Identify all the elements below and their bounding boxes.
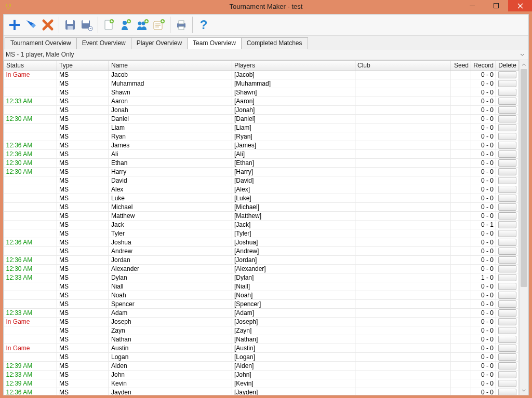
table-row[interactable]: In GameMSJoseph[Joseph]0 - 0 <box>4 318 519 326</box>
delete-row-button[interactable] <box>498 309 516 317</box>
delete-row-button[interactable] <box>498 150 516 158</box>
title-bar[interactable]: Tournament Maker - test <box>0 0 532 13</box>
delete-row-button[interactable] <box>498 89 516 96</box>
delete-row-button[interactable] <box>498 371 516 378</box>
chevron-down-icon[interactable] <box>518 50 526 59</box>
table-row[interactable]: MSLogan[Logan]0 - 0 <box>4 353 519 362</box>
delete-row-button[interactable] <box>498 115 516 122</box>
scroll-thumb[interactable] <box>521 69 527 287</box>
col-club[interactable]: Club <box>355 61 450 71</box>
table-row[interactable]: 12:39 AMMSAiden[Aiden]0 - 0 <box>4 362 519 370</box>
delete-row-button[interactable] <box>498 177 516 184</box>
save-as-button[interactable] <box>79 16 95 34</box>
vertical-scrollbar[interactable] <box>519 60 528 395</box>
table-row[interactable]: MSSpencer[Spencer]0 - 0 <box>4 300 519 309</box>
delete-button[interactable] <box>40 16 56 34</box>
table-row[interactable]: MSTyler[Tyler]0 - 0 <box>4 229 519 238</box>
delete-row-button[interactable] <box>498 80 516 87</box>
tab-tournament-overview[interactable]: Tournament Overview <box>5 37 77 49</box>
new-button[interactable] <box>7 16 22 34</box>
delete-row-button[interactable] <box>498 98 516 105</box>
table-row[interactable]: MSShawn[Shawn]0 - 0 <box>4 88 519 97</box>
add-player-button[interactable] <box>118 16 134 34</box>
delete-row-button[interactable] <box>498 106 516 114</box>
table-row[interactable]: MSLiam[Liam]0 - 0 <box>4 123 519 132</box>
table-row[interactable]: 12:36 AMMSAli[Ali]0 - 0 <box>4 150 519 159</box>
delete-row-button[interactable] <box>498 124 516 131</box>
delete-row-button[interactable] <box>498 195 516 202</box>
table-row[interactable]: 12:39 AMMSKevin[Kevin]0 - 0 <box>4 379 519 388</box>
delete-row-button[interactable] <box>498 283 516 290</box>
table-row[interactable]: 12:33 AMMSDylan[Dylan]1 - 0 <box>4 273 519 282</box>
print-button[interactable] <box>174 16 189 34</box>
table-row[interactable]: MSMichael[Michael]0 - 0 <box>4 203 519 212</box>
table-row[interactable]: MSJonah[Jonah]0 - 0 <box>4 106 519 115</box>
table-row[interactable]: In GameMSJacob[Jacob]0 - 0 <box>4 71 519 79</box>
col-record[interactable]: Record <box>471 61 496 71</box>
delete-row-button[interactable] <box>498 389 516 395</box>
col-type[interactable]: Type <box>57 61 109 71</box>
delete-row-button[interactable] <box>498 256 516 264</box>
delete-row-button[interactable] <box>498 265 516 272</box>
delete-row-button[interactable] <box>498 212 516 219</box>
filter-bar[interactable]: MS - 1 player, Male Only <box>4 49 528 60</box>
table-row[interactable]: MSMuhammad[Muhammad]0 - 0 <box>4 79 519 88</box>
delete-row-button[interactable] <box>498 142 516 149</box>
table-row[interactable]: MSNiall[Niall]0 - 0 <box>4 282 519 291</box>
assign-button[interactable] <box>151 16 167 34</box>
col-players[interactable]: Players <box>232 61 355 71</box>
table-row[interactable]: MSMatthew[Matthew]0 - 0 <box>4 212 519 221</box>
add-team-button[interactable] <box>135 16 150 34</box>
table-row[interactable]: 12:30 AMMSHarry[Harry]0 - 0 <box>4 168 519 176</box>
delete-row-button[interactable] <box>498 221 516 228</box>
delete-row-button[interactable] <box>498 327 516 334</box>
new-page-button[interactable] <box>101 16 117 34</box>
delete-row-button[interactable] <box>498 239 516 246</box>
table-row[interactable]: In GameMSAustin[Austin]0 - 0 <box>4 344 519 353</box>
table-row[interactable]: 12:33 AMMSJohn[John]0 - 0 <box>4 370 519 379</box>
scroll-up-icon[interactable] <box>520 60 528 69</box>
tab-completed-matches[interactable]: Completed Matches <box>241 37 308 49</box>
table-row[interactable]: MSAndrew[Andrew]0 - 0 <box>4 247 519 256</box>
col-seed[interactable]: Seed <box>450 61 471 71</box>
table-row[interactable]: 12:36 AMMSJayden[Jayden]0 - 0 <box>4 388 519 395</box>
col-delete[interactable]: Delete <box>496 61 519 71</box>
delete-row-button[interactable] <box>498 362 516 369</box>
tab-team-overview[interactable]: Team Overview <box>187 37 242 49</box>
scroll-down-icon[interactable] <box>520 386 528 395</box>
table-row[interactable]: MSNoah[Noah]0 - 0 <box>4 291 519 300</box>
tab-event-overview[interactable]: Event Overview <box>76 37 131 49</box>
delete-row-button[interactable] <box>498 133 516 140</box>
delete-row-button[interactable] <box>498 168 516 175</box>
table-row[interactable]: MSDavid[David]0 - 0 <box>4 176 519 185</box>
delete-row-button[interactable] <box>498 159 516 167</box>
delete-row-button[interactable] <box>498 300 516 308</box>
delete-row-button[interactable] <box>498 274 516 281</box>
help-button[interactable]: ? <box>196 16 211 34</box>
maximize-button[interactable] <box>484 0 508 11</box>
team-grid[interactable]: Status Type Name Players Club Seed Recor… <box>4 60 519 395</box>
delete-row-button[interactable] <box>498 186 516 193</box>
delete-row-button[interactable] <box>498 230 516 237</box>
delete-row-button[interactable] <box>498 318 516 325</box>
tab-player-overview[interactable]: Player Overview <box>131 37 188 49</box>
table-row[interactable]: MSJack[Jack]0 - 1 <box>4 221 519 229</box>
edit-button[interactable] <box>23 16 39 34</box>
delete-row-button[interactable] <box>498 292 516 299</box>
table-row[interactable]: 12:30 AMMSEthan[Ethan]0 - 0 <box>4 159 519 168</box>
delete-row-button[interactable] <box>498 353 516 361</box>
table-row[interactable]: 12:36 AMMSJames[James]0 - 0 <box>4 141 519 150</box>
table-row[interactable]: 12:36 AMMSJordan[Jordan]0 - 0 <box>4 256 519 265</box>
delete-row-button[interactable] <box>498 345 516 352</box>
minimize-button[interactable] <box>460 0 484 11</box>
table-row[interactable]: MSRyan[Ryan]0 - 0 <box>4 132 519 141</box>
delete-row-button[interactable] <box>498 71 516 78</box>
table-row[interactable]: MSNathan[Nathan]0 - 0 <box>4 335 519 344</box>
delete-row-button[interactable] <box>498 248 516 255</box>
close-button[interactable] <box>508 0 532 11</box>
table-row[interactable]: MSAlex[Alex]0 - 0 <box>4 185 519 194</box>
col-name[interactable]: Name <box>109 61 232 71</box>
table-row[interactable]: MSLuke[Luke]0 - 0 <box>4 194 519 203</box>
table-row[interactable]: MSZayn[Zayn]0 - 0 <box>4 326 519 335</box>
table-row[interactable]: 12:30 AMMSAlexander[Alexander]0 - 0 <box>4 265 519 273</box>
